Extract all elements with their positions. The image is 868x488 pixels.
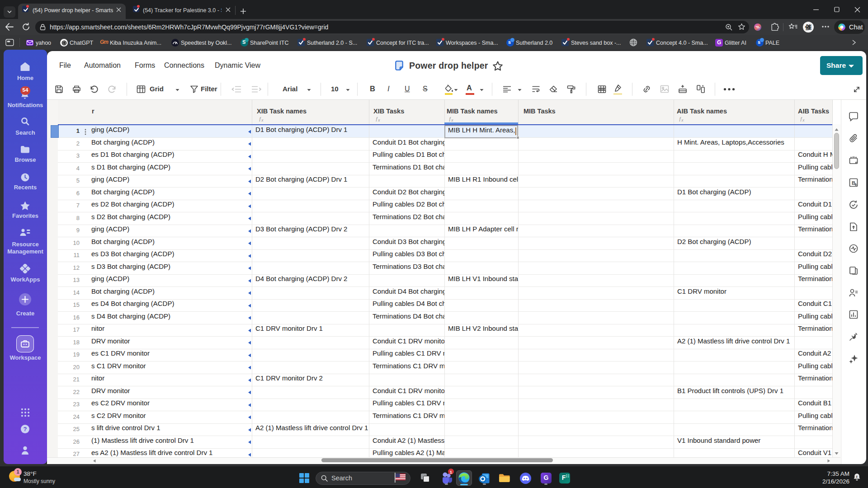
svg-text:z: z — [856, 474, 858, 479]
